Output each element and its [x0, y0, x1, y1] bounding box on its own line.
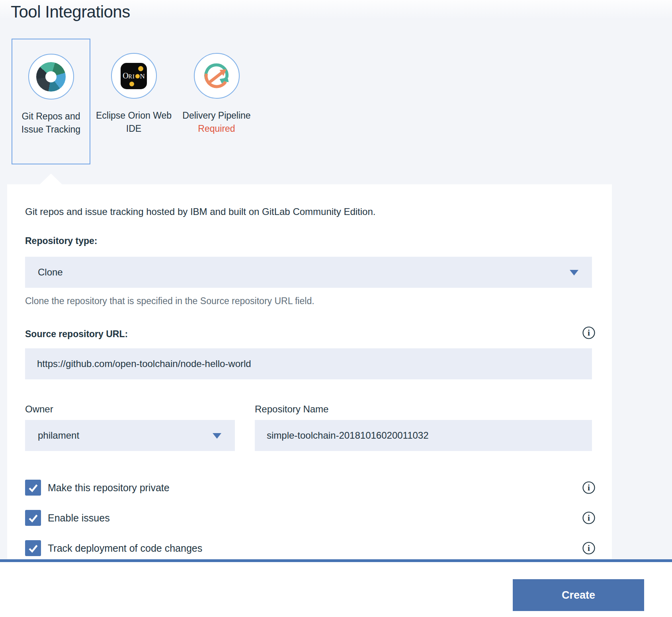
chevron-down-icon: [213, 433, 221, 439]
tool-card-label-line2: Issue Tracking: [21, 123, 80, 136]
tool-card-eclipse-orion[interactable]: ORIN Eclipse Orion Web IDE: [94, 39, 173, 164]
checkmark-icon: [27, 512, 39, 524]
repository-name-input[interactable]: [255, 420, 592, 451]
repository-type-value: Clone: [25, 267, 63, 278]
git-repos-icon-circle: [28, 54, 74, 100]
owner-select[interactable]: philament: [25, 420, 235, 451]
tool-card-label: Git Repos and Issue Tracking: [21, 110, 80, 136]
orion-logo-text: ORIN: [123, 71, 145, 80]
checkmark-icon: [27, 482, 39, 494]
repository-type-select[interactable]: Clone: [25, 257, 592, 288]
create-button[interactable]: Create: [513, 579, 644, 611]
tool-configuration-panel: Git repos and issue tracking hosted by I…: [7, 184, 612, 559]
checkbox-label: Enable issues: [48, 512, 110, 524]
tool-card-label-line1: Eclipse Orion Web: [96, 109, 172, 122]
checkbox-label: Track deployment of code changes: [48, 543, 202, 554]
chevron-down-icon: [570, 270, 578, 275]
tool-card-delivery-pipeline[interactable]: Delivery Pipeline Required: [177, 39, 256, 164]
tool-integrations-page: Tool Integrations Git Repos and Issue Tr…: [0, 0, 672, 617]
repository-name-label: Repository Name: [255, 404, 328, 415]
repository-type-label: Repository type:: [25, 236, 97, 246]
private-repo-checkbox-row[interactable]: Make this repository private: [25, 480, 170, 496]
orion-logo-o: O: [123, 71, 128, 80]
source-repository-url-input[interactable]: [25, 348, 592, 379]
track-deployment-checkbox-row[interactable]: Track deployment of code changes: [25, 540, 202, 556]
orion-logo-n: N: [140, 72, 145, 80]
page-title: Tool Integrations: [11, 2, 130, 21]
info-icon[interactable]: i: [582, 511, 596, 525]
git-repos-icon: [36, 62, 66, 92]
svg-text:i: i: [588, 513, 590, 523]
tool-card-git-repos[interactable]: Git Repos and Issue Tracking: [12, 39, 90, 164]
tool-description: Git repos and issue tracking hosted by I…: [25, 206, 375, 217]
tool-card-label-line1: Delivery Pipeline: [182, 109, 250, 122]
orion-logo-ri: RI: [129, 74, 135, 80]
checkbox-checked[interactable]: [25, 480, 41, 496]
tool-card-required-badge: Required: [182, 122, 250, 135]
delivery-pipeline-icon-circle: [194, 53, 240, 99]
checkbox-label: Make this repository private: [48, 482, 170, 494]
repository-name-field: [255, 420, 592, 451]
footer-bar: Create: [0, 559, 672, 617]
repository-type-help: Clone the repository that is specified i…: [25, 296, 315, 307]
info-icon[interactable]: i: [582, 541, 596, 555]
tool-card-label: Eclipse Orion Web IDE: [96, 109, 172, 135]
orion-icon-circle: ORIN: [111, 53, 157, 99]
orion-dot-icon: [129, 82, 134, 86]
owner-label: Owner: [25, 404, 53, 415]
source-repository-url-label: Source repository URL:: [25, 329, 128, 340]
tool-card-label-line2: IDE: [96, 122, 172, 135]
info-icon[interactable]: i: [582, 481, 596, 494]
selected-card-notch: [40, 174, 62, 184]
checkbox-checked[interactable]: [25, 510, 41, 526]
svg-text:i: i: [588, 483, 590, 492]
svg-text:i: i: [588, 543, 590, 553]
svg-text:i: i: [588, 328, 590, 338]
owner-value: philament: [25, 430, 79, 441]
checkbox-checked[interactable]: [25, 540, 41, 556]
delivery-pipeline-icon: [201, 61, 232, 91]
tool-card-label: Delivery Pipeline Required: [182, 109, 250, 135]
orion-dot-icon: [135, 74, 140, 78]
source-repository-url-field: [25, 348, 592, 379]
checkmark-icon: [27, 542, 39, 554]
info-icon[interactable]: i: [582, 326, 596, 340]
enable-issues-checkbox-row[interactable]: Enable issues: [25, 510, 110, 526]
tool-card-label-line1: Git Repos and: [21, 110, 80, 123]
orion-icon: ORIN: [121, 63, 147, 89]
orion-dot-icon: [138, 66, 143, 71]
